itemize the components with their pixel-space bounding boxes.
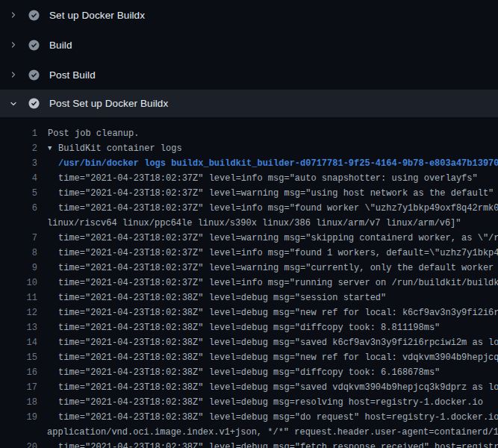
log-text: time="2021-04-23T18:02:37Z" level=info m… [58,201,498,216]
log-text: time="2021-04-23T18:02:37Z" level=warnin… [58,231,498,246]
log-text: time="2021-04-23T18:02:37Z" level=info m… [58,246,498,261]
log-text: /usr/bin/docker logs buildx_buildkit_bui… [58,156,498,171]
log-row: 19 time="2021-04-23T18:02:38Z" level=deb… [0,410,498,425]
line-number[interactable]: 14 [0,335,37,350]
log-row: 11 time="2021-04-23T18:02:38Z" level=deb… [0,290,498,305]
line-number[interactable]: 6 [0,201,37,216]
log-group-row[interactable]: 2 ▼ BuildKit container logs [0,141,498,156]
log-text: time="2021-04-23T18:02:38Z" level=debug … [58,410,498,425]
step-label: Post Set up Docker Buildx [49,98,168,109]
log-row: 3 /usr/bin/docker logs buildx_buildkit_b… [0,156,498,171]
log-row: 9 time="2021-04-23T18:02:37Z" level=warn… [0,261,498,276]
log-text: Post job cleanup. [48,126,498,141]
log-text: time="2021-04-23T18:02:37Z" level=warnin… [58,186,498,201]
log-text: time="2021-04-23T18:02:38Z" level=debug … [58,335,498,350]
step-label: Build [49,40,72,51]
line-number[interactable]: 11 [0,290,37,305]
log-text: time="2021-04-23T18:02:38Z" level=debug … [58,320,498,335]
log-text: time="2021-04-23T18:02:38Z" level=debug … [58,440,498,448]
line-number[interactable]: 8 [0,246,37,261]
log-row: 20 time="2021-04-23T18:02:38Z" level=deb… [0,440,498,448]
line-number[interactable] [0,216,37,231]
line-number[interactable]: 2 [0,141,37,156]
line-number[interactable]: 4 [0,171,37,186]
line-number[interactable]: 7 [0,231,37,246]
line-number[interactable] [0,425,37,440]
check-circle-icon [28,98,40,109]
step-label: Post Build [49,69,96,81]
line-number[interactable]: 15 [0,350,37,365]
line-number[interactable]: 20 [0,440,37,448]
line-number[interactable]: 5 [0,186,37,201]
line-number[interactable]: 9 [0,261,37,276]
line-number[interactable]: 12 [0,305,37,320]
chevron-right-icon[interactable] [8,70,18,80]
log-row: 6 time="2021-04-23T18:02:37Z" level=info… [0,201,498,216]
check-circle-icon [28,40,40,51]
log-text: time="2021-04-23T18:02:38Z" level=debug … [58,380,498,395]
line-number[interactable]: 17 [0,380,37,395]
check-circle-icon [28,69,40,81]
log-text: time="2021-04-23T18:02:38Z" level=debug … [58,365,498,380]
log-row: 5 time="2021-04-23T18:02:37Z" level=warn… [0,186,498,201]
log-row: 14 time="2021-04-23T18:02:38Z" level=deb… [0,335,498,350]
log-text: application/vnd.oci.image.index.v1+json,… [47,425,498,440]
line-number[interactable]: 13 [0,320,37,335]
group-collapse-icon[interactable]: ▼ [48,141,58,156]
line-number[interactable]: 19 [0,410,37,425]
log-text: BuildKit container logs [58,141,498,156]
log-row: 18 time="2021-04-23T18:02:38Z" level=deb… [0,395,498,410]
log-text: time="2021-04-23T18:02:37Z" level=warnin… [58,261,498,276]
chevron-down-icon[interactable] [8,99,18,108]
steps-list: Set up Docker Buildx Build Post Bu [0,0,498,117]
line-number[interactable]: 16 [0,365,37,380]
log-row: 17 time="2021-04-23T18:02:38Z" level=deb… [0,380,498,395]
log-text: time="2021-04-23T18:02:37Z" level=info m… [58,276,498,290]
log-row: 10 time="2021-04-23T18:02:37Z" level=inf… [0,276,498,290]
log-row: 13 time="2021-04-23T18:02:38Z" level=deb… [0,320,498,335]
step-row[interactable]: Set up Docker Buildx [0,0,498,30]
log-row: application/vnd.oci.image.index.v1+json,… [0,425,498,440]
check-circle-icon [28,10,40,21]
log-row: 1 Post job cleanup. [0,126,498,141]
line-number[interactable]: 1 [0,126,37,141]
log-text: time="2021-04-23T18:02:38Z" level=debug … [58,305,498,320]
log-area: 1 Post job cleanup. 2 ▼ BuildKit contain… [0,119,498,448]
log-row: 12 time="2021-04-23T18:02:38Z" level=deb… [0,305,498,320]
chevron-right-icon[interactable] [8,10,18,20]
log-text: time="2021-04-23T18:02:38Z" level=debug … [58,395,498,410]
log-row: linux/riscv64 linux/ppc64le linux/s390x … [0,216,498,231]
log-row: 7 time="2021-04-23T18:02:37Z" level=warn… [0,231,498,246]
log-row: 4 time="2021-04-23T18:02:37Z" level=info… [0,171,498,186]
chevron-right-icon[interactable] [8,40,18,50]
log-row: 8 time="2021-04-23T18:02:37Z" level=info… [0,246,498,261]
log-row: 15 time="2021-04-23T18:02:38Z" level=deb… [0,350,498,365]
log-row: 16 time="2021-04-23T18:02:38Z" level=deb… [0,365,498,380]
log-text: time="2021-04-23T18:02:37Z" level=info m… [58,171,498,186]
line-number[interactable]: 18 [0,395,37,410]
line-number[interactable]: 3 [0,156,37,171]
step-row[interactable]: Post Set up Docker Buildx [0,90,498,117]
log-text: linux/riscv64 linux/ppc64le linux/s390x … [47,216,498,231]
log-text: time="2021-04-23T18:02:38Z" level=debug … [58,350,498,365]
step-label: Set up Docker Buildx [49,10,145,21]
line-number[interactable]: 10 [0,276,37,290]
step-row[interactable]: Build [0,30,498,60]
log-text: time="2021-04-23T18:02:38Z" level=debug … [58,290,498,305]
step-row[interactable]: Post Build [0,60,498,90]
